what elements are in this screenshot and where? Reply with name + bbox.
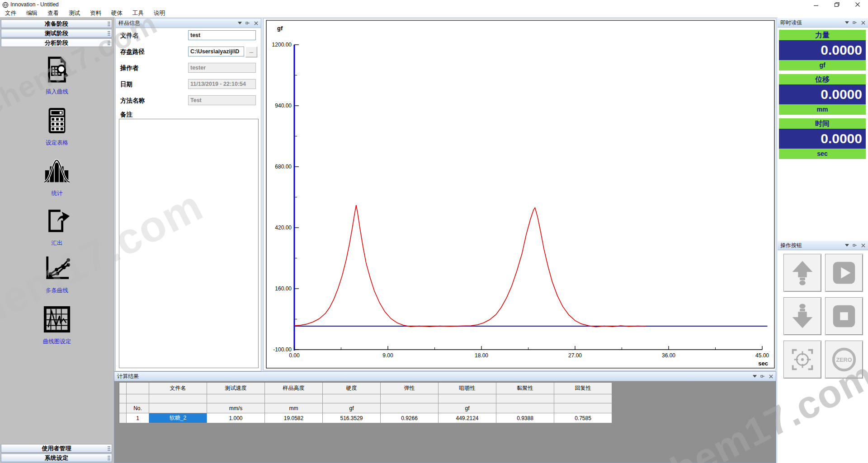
header-cell: gf: [323, 403, 381, 413]
result-cell[interactable]: 449.2124: [439, 413, 496, 423]
tool-插入曲线[interactable]: 插入曲线: [0, 56, 114, 96]
field-input-存盘路径[interactable]: [188, 47, 244, 56]
menu-item-查看[interactable]: 查看: [42, 9, 64, 17]
menu-item-编辑[interactable]: 编辑: [21, 9, 42, 17]
header-cell: [554, 394, 612, 403]
table-header-row: No.mm/smmgfgf: [119, 403, 612, 413]
jog-down-button[interactable]: [783, 297, 821, 335]
tool-设定表格[interactable]: 设定表格: [0, 107, 114, 147]
header-cell: [554, 403, 612, 413]
header-cell: [381, 403, 439, 413]
sidebar-tab-准备阶段[interactable]: 准备阶段: [1, 19, 112, 28]
menu-item-资料[interactable]: 资料: [85, 9, 106, 17]
field-input-方法名称: [188, 95, 256, 105]
header-cell: [119, 383, 127, 394]
zero-button[interactable]: ZERO: [825, 341, 863, 379]
sidebar-tab-测试阶段[interactable]: 测试阶段: [1, 29, 112, 37]
tool-多条曲线[interactable]: 多条曲线: [0, 254, 114, 295]
export-icon: [43, 207, 71, 235]
panel-title: 即时读值: [778, 19, 802, 27]
dropdown-icon[interactable]: [752, 374, 757, 379]
window-title: Innovation - Untitled: [10, 1, 59, 8]
tool-曲线图设定[interactable]: 曲线图设定: [0, 305, 114, 346]
svg-text:sec: sec: [758, 360, 768, 367]
panel-title: 样品信息: [116, 19, 140, 27]
chart-panel: gfsec-100.00160.00420.00680.00940.001200…: [263, 18, 776, 370]
position-button[interactable]: [783, 341, 821, 379]
panel-title: 操作按钮: [778, 242, 802, 249]
result-cell[interactable]: 0.9266: [381, 413, 439, 423]
pin-icon[interactable]: [853, 20, 857, 25]
dropdown-icon[interactable]: [844, 243, 849, 248]
svg-text:160.00: 160.00: [275, 285, 292, 292]
header-cell: [127, 383, 149, 394]
readout-value-gf: 0.0000: [779, 40, 866, 60]
pin-icon[interactable]: [760, 374, 765, 379]
field-input-文件名[interactable]: [188, 30, 256, 40]
close-panel-icon[interactable]: [254, 21, 258, 25]
grip-dots-icon: [108, 40, 110, 46]
result-cell[interactable]: 516.3529: [323, 413, 381, 423]
menu-bar: 文件编辑查看测试资料硬体工具说明: [0, 9, 868, 18]
header-cell: [119, 403, 127, 413]
close-button[interactable]: [847, 0, 868, 9]
readout-header: 即时读值: [778, 18, 868, 28]
app-window: Innovation - Untitled 文件编辑查看测试资料硬体工具说明 准…: [0, 0, 868, 463]
menu-item-工具[interactable]: 工具: [127, 9, 149, 17]
maximize-button[interactable]: [826, 0, 847, 9]
header-cell: 回复性: [554, 383, 612, 394]
header-cell: [265, 394, 323, 403]
header-cell: mm/s: [207, 403, 265, 413]
browse-button[interactable]: ...: [245, 47, 257, 57]
close-panel-icon[interactable]: [769, 374, 773, 379]
pin-icon[interactable]: [853, 243, 857, 248]
start-button[interactable]: [825, 254, 863, 292]
pin-icon[interactable]: [245, 21, 250, 25]
field-label: 存盘路径: [120, 48, 145, 56]
dropdown-icon[interactable]: [844, 20, 849, 25]
svg-text:gf: gf: [277, 25, 283, 32]
svg-text:27.00: 27.00: [568, 352, 582, 359]
sample-info-panel: 样品信息 文件名存盘路径...操作者日期方法名称 备注: [115, 18, 261, 371]
header-cell: [439, 394, 496, 403]
menu-item-文件[interactable]: 文件: [0, 9, 21, 17]
header-cell: [381, 394, 439, 403]
sidebar-tab-系统设定[interactable]: 系统设定: [1, 454, 112, 462]
result-cell[interactable]: 0.9388: [496, 413, 554, 423]
menu-item-硬体[interactable]: 硬体: [106, 9, 127, 17]
svg-text:36.00: 36.00: [662, 352, 675, 359]
close-panel-icon[interactable]: [861, 20, 865, 25]
result-cell[interactable]: 19.0582: [265, 413, 323, 423]
sidebar-tab-使用者管理[interactable]: 使用者管理: [1, 444, 112, 453]
notes-textarea[interactable]: [119, 119, 259, 368]
header-cell: 咀嚼性: [439, 383, 496, 394]
svg-text:45.00: 45.00: [755, 352, 769, 359]
calculator-icon: [43, 107, 71, 135]
tool-统计[interactable]: 统计: [0, 157, 114, 197]
close-panel-icon[interactable]: [861, 243, 865, 248]
sidebar: 准备阶段测试阶段分析阶段 插入曲线设定表格统计汇出多条曲线曲线图设定 使用者管理…: [0, 17, 114, 463]
menu-item-测试[interactable]: 测试: [64, 9, 85, 17]
menu-item-说明[interactable]: 说明: [149, 9, 170, 17]
field-label: 操作者: [120, 64, 139, 72]
field-label: 方法名称: [120, 97, 145, 105]
tool-label: 插入曲线: [0, 88, 114, 96]
result-cell[interactable]: 1: [127, 413, 149, 423]
sidebar-tab-分析阶段[interactable]: 分析阶段: [1, 38, 112, 47]
field-label: 文件名: [120, 32, 139, 40]
stop-button[interactable]: [825, 297, 863, 335]
jog-up-button[interactable]: [783, 254, 821, 292]
header-cell: 样品高度: [265, 383, 323, 394]
table-header-row: [119, 394, 612, 403]
svg-text:420.00: 420.00: [275, 224, 292, 231]
tool-汇出[interactable]: 汇出: [0, 207, 114, 247]
grip-dots-icon: [108, 446, 110, 451]
tool-label: 汇出: [0, 239, 114, 247]
result-cell[interactable]: 1.000: [207, 413, 265, 423]
result-cell[interactable]: 0.7585: [554, 413, 612, 423]
selected-file-cell[interactable]: 软糖_2: [149, 413, 207, 423]
notes-label: 备注: [120, 111, 132, 119]
dropdown-icon[interactable]: [237, 21, 242, 25]
table-header-row: 文件名测试速度样品高度硬度弹性咀嚼性黏聚性回复性: [119, 383, 612, 394]
minimize-button[interactable]: [806, 0, 826, 9]
